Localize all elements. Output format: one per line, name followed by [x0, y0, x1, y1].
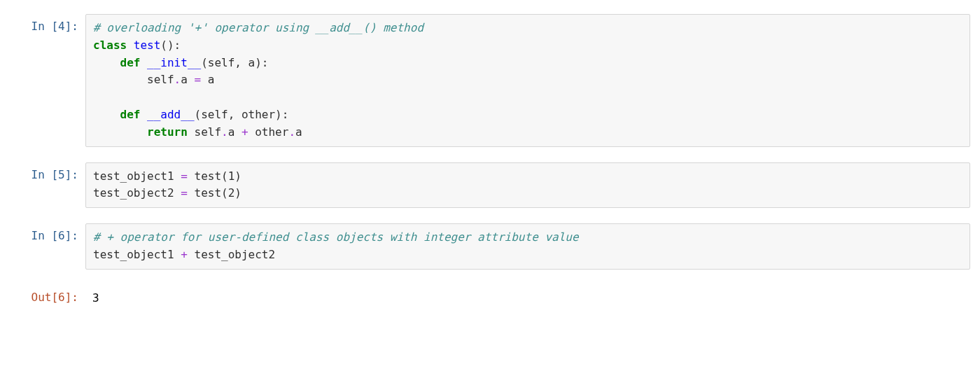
- code-token-kw: def: [120, 56, 141, 69]
- code-output: 3: [85, 285, 970, 312]
- cell-in-5: In [5]: test_object1 = test(1) test_obje…: [10, 162, 970, 209]
- code-token-kw: return: [147, 125, 188, 139]
- code-input[interactable]: # overloading '+' operator using __add__…: [85, 14, 970, 147]
- code-token-op: =: [181, 169, 188, 183]
- code-token-pn: [127, 39, 134, 52]
- code-token-pn: test(: [188, 186, 228, 200]
- code-input[interactable]: test_object1 = test(1) test_object2 = te…: [85, 162, 970, 209]
- code-token-pn: [93, 108, 120, 121]
- code-token-pn: [93, 56, 120, 69]
- code-token-pn: test_object2: [93, 186, 181, 200]
- cell-in-6: In [6]: # + operator for user-defined cl…: [10, 223, 970, 270]
- code-token-op: +: [181, 248, 188, 261]
- code-token-fn: __add__: [147, 108, 194, 121]
- code-token-pn: a: [228, 125, 241, 139]
- code-token-pn: [140, 56, 147, 69]
- code-token-pn: a: [295, 125, 302, 139]
- code-token-pn: [140, 108, 147, 121]
- code-token-kw: def: [120, 108, 141, 121]
- prompt-out: Out[6]:: [10, 285, 85, 312]
- code-token-fn: __init__: [147, 56, 201, 69]
- code-token-pn: ():: [160, 39, 181, 52]
- code-token-pn: ): [234, 169, 241, 183]
- cell-in-4: In [4]: # overloading '+' operator using…: [10, 14, 970, 147]
- code-token-pn: test(: [188, 169, 228, 183]
- code-token-op: .: [288, 125, 295, 139]
- code-token-pn: 1: [228, 169, 235, 183]
- code-token-pn: [93, 125, 147, 139]
- code-token-pn: (self, a):: [201, 56, 268, 69]
- code-token-pn: self: [188, 125, 221, 139]
- code-token-cm: # + operator for user-defined class obje…: [93, 230, 579, 244]
- code-token-pn: self: [93, 73, 174, 86]
- prompt-in: In [6]:: [10, 223, 85, 270]
- code-token-fn: test: [134, 39, 161, 52]
- code-input[interactable]: # + operator for user-defined class obje…: [85, 223, 970, 270]
- code-token-pn: a: [201, 73, 214, 86]
- code-token-pn: (self, other):: [195, 108, 289, 121]
- code-token-pn: ): [234, 186, 241, 200]
- code-token-pn: other: [248, 125, 289, 139]
- prompt-in: In [4]:: [10, 14, 85, 147]
- code-token-pn: 2: [228, 186, 235, 200]
- code-token-op: =: [195, 73, 202, 86]
- code-token-pn: test_object1: [93, 248, 181, 261]
- cell-out-6: Out[6]: 3: [10, 285, 970, 312]
- code-token-op: .: [174, 73, 181, 86]
- code-token-pn: test_object2: [188, 248, 275, 261]
- code-token-pn: a: [181, 73, 194, 86]
- prompt-in: In [5]:: [10, 162, 85, 209]
- code-token-cm: # overloading '+' operator using __add__…: [93, 21, 424, 34]
- code-token-op: =: [181, 186, 188, 200]
- code-token-kw: class: [93, 39, 127, 52]
- code-token-op: +: [241, 125, 248, 139]
- code-token-op: .: [221, 125, 228, 139]
- code-token-pn: test_object1: [93, 169, 181, 183]
